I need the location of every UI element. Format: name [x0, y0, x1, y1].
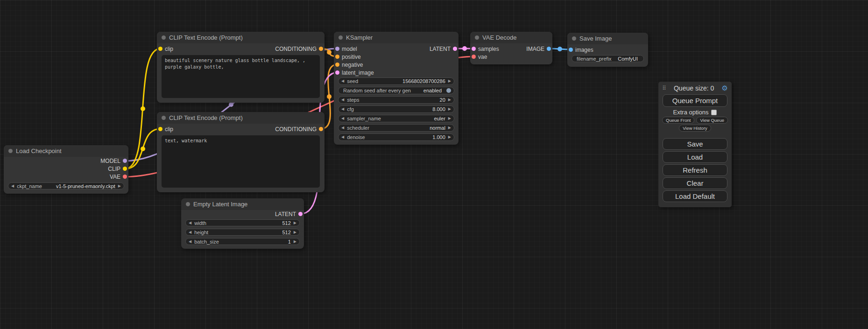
input-port-latent-image[interactable]: [335, 70, 339, 75]
save-button[interactable]: Save: [663, 138, 727, 150]
widget-ckpt-name[interactable]: ◀ ckpt_name v1-5-pruned-emaonly.ckpt ▶: [8, 182, 124, 189]
node-load-checkpoint[interactable]: Load Checkpoint MODEL CLIP VAE ◀ ckpt_na…: [4, 145, 128, 194]
node-title-bar[interactable]: CLIP Text Encode (Prompt): [157, 112, 325, 124]
history-row: View History: [658, 125, 732, 132]
input-port-clip[interactable]: [158, 127, 162, 131]
input-slot-label-positive: positive: [342, 54, 361, 60]
node-status-dot-icon[interactable]: [475, 35, 479, 40]
slot-row: vae: [470, 53, 552, 61]
widget-denoise[interactable]: ◀ denoise 1.000 ▶: [338, 133, 454, 141]
output-port-conditioning[interactable]: [319, 127, 323, 131]
decrement-arrow-icon[interactable]: ◀: [341, 126, 344, 130]
slot-row: MODEL: [4, 157, 128, 165]
increment-arrow-icon[interactable]: ▶: [448, 79, 451, 83]
input-port-positive[interactable]: [335, 55, 339, 59]
refresh-button[interactable]: Refresh: [663, 164, 727, 176]
view-queue-button[interactable]: View Queue: [696, 117, 728, 124]
output-port-latent[interactable]: [453, 47, 457, 51]
node-title-bar[interactable]: VAE Decode: [470, 32, 552, 43]
decrement-arrow-icon[interactable]: ◀: [341, 107, 344, 111]
increment-arrow-icon[interactable]: ▶: [448, 117, 451, 120]
widget-cfg[interactable]: ◀ cfg 8.000 ▶: [338, 105, 454, 113]
widget-value: 156680208700286: [402, 78, 445, 84]
drag-handle-icon[interactable]: ⠿: [662, 85, 666, 91]
load-button[interactable]: Load: [663, 151, 727, 163]
node-empty-latent-image[interactable]: Empty Latent Image LATENT ◀ width 512 ▶ …: [181, 198, 304, 249]
widget-filename-prefix[interactable]: filename_prefix ComfyUI: [572, 55, 644, 62]
decrement-arrow-icon[interactable]: ◀: [341, 135, 344, 139]
increment-arrow-icon[interactable]: ▶: [448, 126, 451, 130]
node-status-dot-icon[interactable]: [162, 116, 166, 120]
input-port-model[interactable]: [335, 47, 339, 51]
input-port-vae[interactable]: [472, 55, 476, 59]
comfy-menu-panel[interactable]: ⠿ Queue size: 0 ⚙ Queue Prompt Extra opt…: [658, 82, 732, 207]
input-port-samples[interactable]: [472, 47, 476, 51]
increment-arrow-icon[interactable]: ▶: [294, 231, 296, 234]
widget-label: ckpt_name: [17, 183, 42, 189]
node-clip-text-encode-negative[interactable]: CLIP Text Encode (Prompt) clip CONDITION…: [157, 112, 325, 192]
widget-sampler-name[interactable]: ◀ sampler_name euler ▶: [338, 115, 454, 122]
extra-options-checkbox[interactable]: [711, 110, 717, 115]
widget-height[interactable]: ◀ height 512 ▶: [185, 229, 300, 236]
node-status-dot-icon[interactable]: [339, 35, 343, 40]
node-vae-decode[interactable]: VAE Decode samples IMAGE vae: [470, 32, 552, 64]
node-status-dot-icon[interactable]: [572, 36, 576, 41]
prompt-textarea[interactable]: beautiful scenery nature glass bottle la…: [162, 55, 320, 98]
output-port-vae[interactable]: [123, 175, 127, 179]
node-save-image[interactable]: Save Image images filename_prefix ComfyU…: [567, 33, 648, 67]
clear-button[interactable]: Clear: [663, 177, 727, 189]
output-port-clip[interactable]: [123, 167, 127, 171]
slot-row: images: [567, 46, 648, 54]
node-title-bar[interactable]: Empty Latent Image: [181, 198, 304, 210]
decrement-arrow-icon[interactable]: ◀: [11, 184, 14, 188]
decrement-arrow-icon[interactable]: ◀: [341, 117, 344, 120]
decrement-arrow-icon[interactable]: ◀: [341, 98, 344, 102]
queue-size-label: Queue size: 0: [668, 84, 720, 92]
decrement-arrow-icon[interactable]: ◀: [189, 221, 191, 225]
output-port-image[interactable]: [547, 47, 551, 51]
widget-value: 1: [288, 239, 291, 245]
settings-gear-icon[interactable]: ⚙: [722, 84, 728, 92]
decrement-arrow-icon[interactable]: ◀: [341, 79, 344, 83]
load-default-button[interactable]: Load Default: [663, 190, 727, 202]
output-port-latent[interactable]: [298, 212, 303, 216]
widget-batch-size[interactable]: ◀ batch_size 1 ▶: [185, 238, 300, 245]
node-status-dot-icon[interactable]: [162, 35, 166, 40]
output-slot-label-image: IMAGE: [526, 46, 544, 52]
queue-prompt-button[interactable]: Queue Prompt: [663, 94, 727, 107]
view-history-button[interactable]: View History: [679, 125, 711, 132]
input-port-clip[interactable]: [158, 47, 162, 51]
output-port-model[interactable]: [123, 159, 127, 163]
increment-arrow-icon[interactable]: ▶: [118, 184, 121, 188]
increment-arrow-icon[interactable]: ▶: [294, 221, 296, 225]
node-status-dot-icon[interactable]: [186, 202, 190, 206]
widget-value: ComfyUI: [618, 56, 638, 62]
widget-seed[interactable]: ◀ seed 156680208700286 ▶: [338, 77, 454, 85]
menu-header: ⠿ Queue size: 0 ⚙: [658, 82, 732, 93]
input-port-negative[interactable]: [335, 63, 339, 67]
increment-arrow-icon[interactable]: ▶: [448, 135, 451, 139]
decrement-arrow-icon[interactable]: ◀: [189, 240, 191, 244]
widget-steps[interactable]: ◀ steps 20 ▶: [338, 96, 454, 104]
widget-width[interactable]: ◀ width 512 ▶: [185, 219, 300, 226]
node-ksampler[interactable]: KSampler model LATENT positive negative …: [334, 32, 459, 145]
node-title-bar[interactable]: Load Checkpoint: [4, 145, 128, 157]
widget-random-seed-toggle[interactable]: Random seed after every gen enabled: [338, 87, 454, 94]
node-title-bar[interactable]: KSampler: [334, 32, 459, 43]
node-status-dot-icon[interactable]: [8, 149, 13, 153]
prompt-textarea[interactable]: text, watermark: [162, 135, 320, 188]
input-port-images[interactable]: [569, 48, 573, 52]
input-slot-label-vae: vae: [478, 54, 487, 60]
node-clip-text-encode-positive[interactable]: CLIP Text Encode (Prompt) clip CONDITION…: [157, 32, 325, 103]
decrement-arrow-icon[interactable]: ◀: [189, 231, 191, 234]
increment-arrow-icon[interactable]: ▶: [448, 98, 451, 102]
output-port-conditioning[interactable]: [319, 47, 323, 51]
increment-arrow-icon[interactable]: ▶: [294, 240, 296, 244]
queue-front-button[interactable]: Queue Front: [662, 117, 694, 124]
increment-arrow-icon[interactable]: ▶: [448, 107, 451, 111]
node-title-bar[interactable]: Save Image: [567, 33, 648, 44]
widget-scheduler[interactable]: ◀ scheduler normal ▶: [338, 124, 454, 132]
toggle-dot-icon[interactable]: [446, 88, 451, 93]
node-title-bar[interactable]: CLIP Text Encode (Prompt): [157, 32, 325, 43]
slot-row: latent_image: [334, 69, 459, 77]
